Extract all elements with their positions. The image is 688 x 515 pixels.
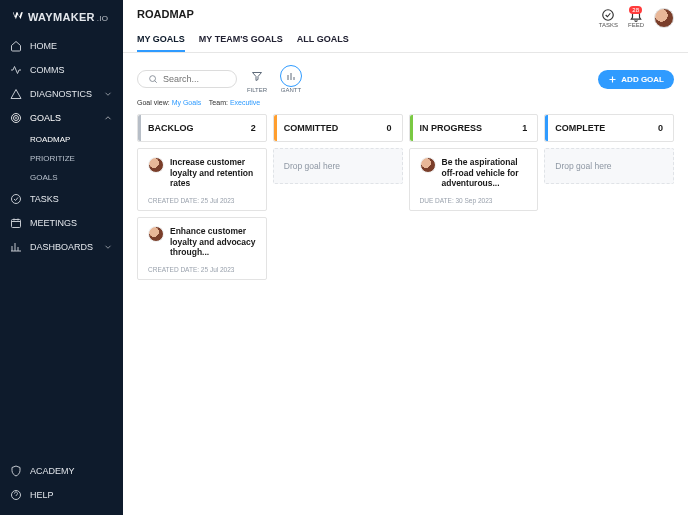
chevron-down-icon (103, 242, 113, 252)
column-header: IN PROGRESS 1 (409, 114, 539, 142)
subnav-roadmap[interactable]: ROADMAP (30, 130, 123, 149)
triangle-icon (10, 88, 22, 100)
goal-title: Enhance customer loyalty and advocacy th… (170, 226, 256, 258)
nav-label: TASKS (30, 194, 59, 204)
nav-help[interactable]: HELP (0, 483, 123, 507)
primary-nav-2: TASKS MEETINGS DASHBOARDS (0, 187, 123, 259)
check-circle-icon (10, 193, 22, 205)
dropzone[interactable]: Drop goal here (544, 148, 674, 184)
column-in-progress: IN PROGRESS 1 Be the aspirational off-ro… (409, 114, 539, 217)
nav-label: ACADEMY (30, 466, 75, 476)
search[interactable] (137, 70, 237, 88)
goal-meta: CREATED DATE: 25 Jul 2023 (148, 197, 256, 204)
goal-title: Be the aspirational off-road vehicle for… (442, 157, 528, 189)
column-count: 0 (386, 123, 391, 133)
nav-label: HELP (30, 490, 54, 500)
add-goal-button[interactable]: ADD GOAL (598, 70, 674, 89)
goal-view-link[interactable]: My Goals (172, 99, 202, 106)
nav-meetings[interactable]: MEETINGS (0, 211, 123, 235)
team-link[interactable]: Executive (230, 99, 260, 106)
subnav-goals[interactable]: GOALS (30, 168, 123, 187)
nav-goals[interactable]: GOALS (0, 106, 123, 130)
check-circle-icon (601, 8, 615, 22)
tab-my-teams-goals[interactable]: MY TEAM'S GOALS (199, 34, 283, 52)
brand-suffix: .IO (97, 14, 109, 23)
column-header: COMPLETE 0 (544, 114, 674, 142)
tab-my-goals[interactable]: MY GOALS (137, 34, 185, 52)
nav-academy[interactable]: ACADEMY (0, 459, 123, 483)
brand-logo-icon (10, 10, 24, 24)
column-header: BACKLOG 2 (137, 114, 267, 142)
user-avatar[interactable] (654, 8, 674, 28)
column-committed: COMMITTED 0 Drop goal here (273, 114, 403, 184)
column-header: COMMITTED 0 (273, 114, 403, 142)
nav-comms[interactable]: COMMS (0, 58, 123, 82)
view-meta: Goal view: My Goals Team: Executive (123, 99, 688, 114)
avatar (148, 226, 164, 242)
goal-card[interactable]: Be the aspirational off-road vehicle for… (409, 148, 539, 211)
primary-nav: HOME COMMS DIAGNOSTICS GOALS (0, 34, 123, 130)
help-icon (10, 489, 22, 501)
column-count: 2 (251, 123, 256, 133)
svg-point-3 (12, 195, 21, 204)
shield-icon (10, 465, 22, 477)
column-count: 1 (522, 123, 527, 133)
top-feed[interactable]: 28 FEED (628, 8, 644, 28)
feed-badge: 28 (629, 6, 642, 14)
page-title: ROADMAP (137, 8, 194, 20)
top-actions: TASKS 28 FEED (599, 8, 674, 28)
nav-label: DIAGNOSTICS (30, 89, 92, 99)
goal-meta: CREATED DATE: 25 Jul 2023 (148, 266, 256, 273)
gantt-icon (280, 65, 302, 87)
gantt-button[interactable]: GANTT (277, 63, 305, 95)
nav-label: GOALS (30, 113, 61, 123)
chevron-down-icon (103, 89, 113, 99)
brand: WAYMAKER .IO (0, 8, 123, 34)
nav-label: MEETINGS (30, 218, 77, 228)
tab-all-goals[interactable]: ALL GOALS (297, 34, 349, 52)
goals-subnav: ROADMAP PRIORITIZE GOALS (0, 130, 123, 187)
column-complete: COMPLETE 0 Drop goal here (544, 114, 674, 184)
svg-point-2 (16, 118, 17, 119)
goal-meta: DUE DATE: 30 Sep 2023 (420, 197, 528, 204)
svg-rect-4 (12, 220, 21, 228)
main: ROADMAP TASKS 28 FEED MY GOALS MY TEAM'S… (123, 0, 688, 515)
nav-diagnostics[interactable]: DIAGNOSTICS (0, 82, 123, 106)
brand-name: WAYMAKER (28, 11, 95, 23)
search-input[interactable] (163, 74, 226, 84)
column-count: 0 (658, 123, 663, 133)
avatar (420, 157, 436, 173)
top-tasks[interactable]: TASKS (599, 8, 618, 28)
calendar-icon (10, 217, 22, 229)
nav-dashboards[interactable]: DASHBOARDS (0, 235, 123, 259)
nav-label: COMMS (30, 65, 65, 75)
topbar: ROADMAP TASKS 28 FEED (123, 0, 688, 28)
sidebar: WAYMAKER .IO HOME COMMS DIAGNOSTICS (0, 0, 123, 515)
goal-card[interactable]: Increase customer loyalty and retention … (137, 148, 267, 211)
toolbar: FILTER GANTT ADD GOAL (123, 53, 688, 99)
activity-icon (10, 64, 22, 76)
goal-title: Increase customer loyalty and retention … (170, 157, 256, 189)
dropzone[interactable]: Drop goal here (273, 148, 403, 184)
search-icon (148, 74, 158, 84)
chevron-up-icon (103, 113, 113, 123)
tabs: MY GOALS MY TEAM'S GOALS ALL GOALS (123, 28, 688, 53)
nav-home[interactable]: HOME (0, 34, 123, 58)
plus-icon (608, 75, 617, 84)
bar-chart-icon (10, 241, 22, 253)
filter-button[interactable]: FILTER (243, 63, 271, 95)
filter-icon (246, 65, 268, 87)
goal-card[interactable]: Enhance customer loyalty and advocacy th… (137, 217, 267, 280)
home-icon (10, 40, 22, 52)
nav-label: DASHBOARDS (30, 242, 93, 252)
target-icon (10, 112, 22, 124)
svg-point-6 (603, 10, 614, 21)
footer-nav: ACADEMY HELP (0, 459, 123, 507)
subnav-prioritize[interactable]: PRIORITIZE (30, 149, 123, 168)
nav-label: HOME (30, 41, 57, 51)
avatar (148, 157, 164, 173)
column-backlog: BACKLOG 2 Increase customer loyalty and … (137, 114, 267, 286)
svg-point-7 (150, 76, 156, 82)
nav-tasks[interactable]: TASKS (0, 187, 123, 211)
kanban-board: BACKLOG 2 Increase customer loyalty and … (123, 114, 688, 306)
